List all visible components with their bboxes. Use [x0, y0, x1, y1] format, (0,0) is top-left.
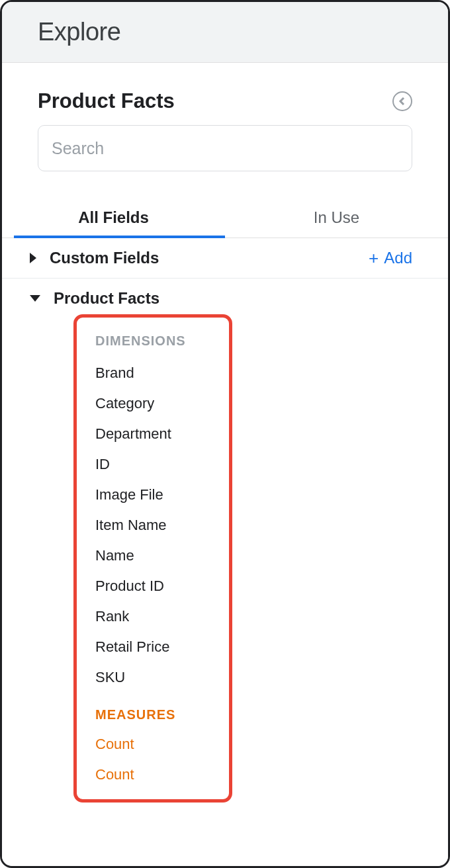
chevron-down-icon: [30, 295, 40, 302]
measure-field[interactable]: Count: [95, 760, 229, 790]
tab-all-fields[interactable]: All Fields: [2, 196, 225, 238]
custom-fields-label: Custom Fields: [50, 249, 159, 267]
subheader: Product Facts: [2, 63, 448, 125]
content-area: Product Facts All Fields In Use Custom F…: [2, 63, 448, 866]
field-tabs: All Fields In Use: [2, 196, 448, 238]
dimension-field[interactable]: Rank: [95, 601, 229, 632]
group-product-facts[interactable]: Product Facts: [2, 279, 448, 313]
explore-panel: Explore Product Facts All Fields In Use …: [0, 0, 450, 868]
dimension-field[interactable]: ID: [95, 449, 229, 480]
measures-header: MEASURES: [95, 707, 229, 722]
explore-title: Product Facts: [38, 89, 175, 113]
topbar: Explore: [2, 2, 448, 63]
search-input[interactable]: [38, 125, 412, 171]
page-title: Explore: [38, 18, 422, 46]
chevron-left-icon: [398, 97, 406, 105]
search-container: [2, 125, 448, 190]
add-label: Add: [384, 249, 412, 267]
dimension-field[interactable]: Product ID: [95, 571, 229, 601]
dimension-field[interactable]: SKU: [95, 662, 229, 693]
measure-field[interactable]: Count: [95, 729, 229, 760]
dimension-field[interactable]: Brand: [95, 358, 229, 388]
plus-icon: +: [369, 249, 379, 267]
collapse-button[interactable]: [392, 91, 412, 111]
dimensions-header: DIMENSIONS: [95, 333, 229, 349]
group-label: Product Facts: [54, 289, 159, 308]
dimension-field[interactable]: Category: [95, 388, 229, 419]
dimension-field[interactable]: Item Name: [95, 510, 229, 541]
chevron-right-icon: [30, 253, 36, 263]
dimension-field[interactable]: Image File: [95, 480, 229, 510]
dimension-field[interactable]: Retail Price: [95, 632, 229, 662]
add-custom-field-button[interactable]: + Add: [369, 249, 412, 267]
dimension-field[interactable]: Name: [95, 541, 229, 571]
custom-fields-section[interactable]: Custom Fields + Add: [2, 238, 448, 279]
dimension-field[interactable]: Department: [95, 419, 229, 449]
fields-highlight-box: DIMENSIONS Brand Category Department ID …: [73, 314, 232, 803]
tab-in-use[interactable]: In Use: [225, 196, 448, 238]
